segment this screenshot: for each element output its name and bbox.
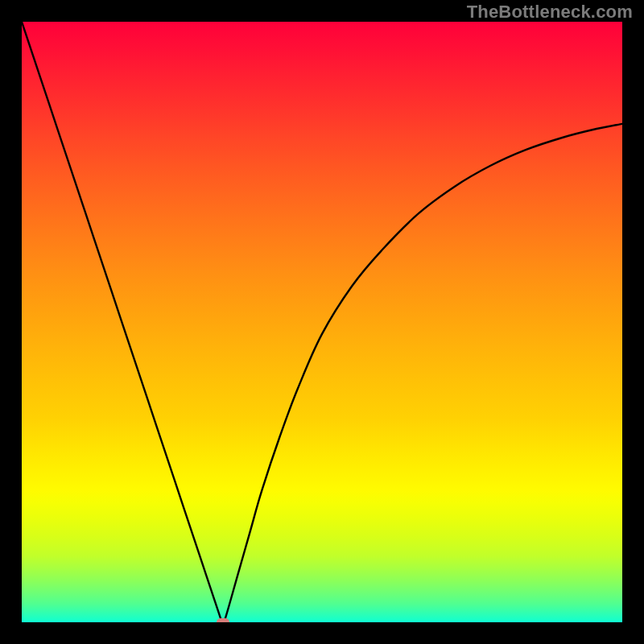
bottleneck-curve <box>22 22 622 622</box>
watermark-label: TheBottleneck.com <box>467 2 633 23</box>
chart-frame: TheBottleneck.com <box>0 0 644 644</box>
minimum-marker-icon <box>217 618 229 622</box>
plot-area <box>22 22 622 622</box>
